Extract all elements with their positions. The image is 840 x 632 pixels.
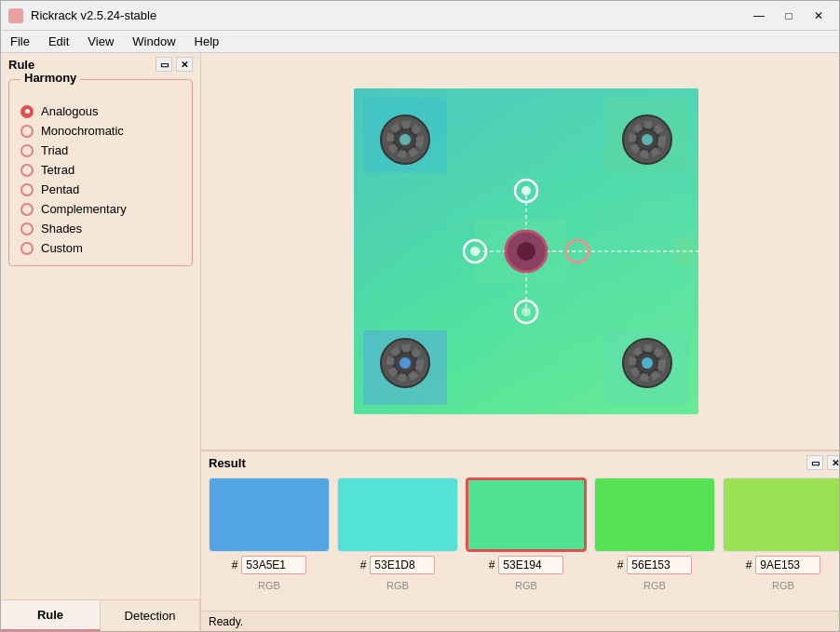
radio-btn-custom [20, 242, 34, 255]
swatch-item-2: # RGB [466, 477, 587, 591]
radio-btn-analogous [20, 105, 34, 118]
radio-label-analogous: Analogous [41, 104, 98, 118]
svg-point-32 [642, 357, 653, 369]
color-wheel-canvas[interactable] [354, 88, 698, 414]
result-close-button[interactable]: ✕ [827, 455, 839, 470]
color-rect-0[interactable] [209, 477, 330, 552]
result-header: Result ▭ ✕ [201, 451, 839, 474]
panel-restore-button[interactable]: ▭ [156, 57, 172, 72]
hash-3: # [617, 558, 624, 571]
color-rect-4[interactable] [723, 477, 839, 552]
hex-row-3: # [617, 556, 693, 574]
app-icon [8, 8, 23, 23]
color-swatches: # RGB # RGB [201, 474, 839, 595]
rgb-label-2: RGB [515, 580, 537, 591]
harmony-label: Harmony [20, 71, 80, 85]
hash-4: # [746, 558, 752, 571]
swatch-item-4: # RGB [723, 477, 839, 591]
radio-label-monochromatic: Monochromatic [41, 124, 124, 138]
radio-triad[interactable]: Triad [17, 141, 184, 160]
radio-label-shades: Shades [41, 222, 82, 235]
status-text: Ready. [209, 615, 243, 628]
result-title: Result [209, 456, 246, 470]
radio-custom[interactable]: Custom [17, 238, 184, 258]
radio-label-complementary: Complementary [41, 202, 127, 216]
hash-2: # [489, 558, 495, 571]
hex-input-4[interactable] [755, 556, 820, 574]
app-title: Rickrack v2.5.24-stable [31, 8, 746, 22]
hex-input-0[interactable] [241, 556, 306, 574]
hex-row-1: # [360, 556, 436, 574]
radio-label-pentad: Pentad [41, 182, 79, 196]
radio-tetrad[interactable]: Tetrad [17, 160, 184, 180]
rgb-label-4: RGB [772, 580, 794, 591]
menu-edit[interactable]: Edit [39, 33, 78, 50]
hex-input-1[interactable] [370, 556, 435, 574]
rgb-label-0: RGB [258, 580, 280, 591]
close-button[interactable]: ✕ [806, 6, 832, 26]
menu-bar: File Edit View Window Help [1, 31, 839, 53]
radio-btn-complementary [20, 203, 34, 216]
panel-controls: ▭ ✕ [156, 57, 193, 72]
radio-btn-tetrad [20, 164, 34, 177]
radio-label-custom: Custom [41, 241, 83, 255]
rgb-label-3: RGB [644, 580, 666, 591]
maximize-button[interactable]: □ [776, 6, 802, 26]
center-and-bottom: Result ▭ ✕ # RGB [201, 53, 839, 631]
hex-input-2[interactable] [498, 556, 563, 574]
svg-point-38 [470, 247, 480, 256]
hex-row-0: # [232, 556, 307, 574]
radio-label-tetrad: Tetrad [41, 163, 75, 177]
radio-pentad[interactable]: Pentad [17, 180, 184, 199]
menu-help[interactable]: Help [185, 33, 229, 50]
canvas-container [201, 53, 839, 450]
svg-point-41 [522, 307, 531, 316]
hash-0: # [232, 558, 238, 571]
minimize-button[interactable]: — [746, 6, 772, 26]
svg-point-22 [642, 134, 653, 145]
rgb-label-1: RGB [386, 580, 409, 591]
swatch-item-1: # RGB [337, 477, 458, 591]
panel-close-button[interactable]: ✕ [176, 57, 193, 72]
svg-point-17 [400, 134, 411, 145]
result-restore-button[interactable]: ▭ [806, 455, 823, 470]
color-rect-1[interactable] [337, 477, 458, 552]
radio-btn-monochromatic [20, 125, 34, 138]
radio-analogous[interactable]: Analogous [17, 101, 184, 121]
content-row: Rule ▭ ✕ Harmony Analogous Monochromatic [1, 53, 839, 631]
canvas-svg [354, 88, 698, 414]
tab-detection[interactable]: Detection [101, 600, 200, 631]
svg-point-34 [517, 242, 535, 261]
radio-btn-triad [20, 144, 34, 157]
left-tab-row: Rule Detection [1, 599, 200, 631]
window-controls: — □ ✕ [746, 6, 832, 26]
result-panel-controls: ▭ ✕ [806, 455, 839, 470]
radio-monochromatic[interactable]: Monochromatic [17, 121, 184, 141]
swatch-item-0: # RGB [209, 477, 330, 591]
result-panel: Result ▭ ✕ # RGB [201, 450, 839, 631]
title-bar: Rickrack v2.5.24-stable — □ ✕ [1, 1, 839, 31]
radio-btn-pentad [20, 183, 34, 196]
menu-file[interactable]: File [1, 33, 39, 50]
menu-window[interactable]: Window [123, 33, 184, 50]
harmony-group: Harmony Analogous Monochromatic Triad Te… [8, 79, 193, 266]
color-rect-3[interactable] [594, 477, 715, 552]
rule-panel-title: Rule [8, 58, 34, 72]
hex-input-3[interactable] [627, 556, 692, 574]
svg-point-36 [522, 186, 531, 195]
hex-row-4: # [746, 556, 821, 574]
app-window: Rickrack v2.5.24-stable — □ ✕ File Edit … [0, 0, 840, 632]
color-rect-2[interactable] [466, 477, 587, 552]
left-panel: Rule ▭ ✕ Harmony Analogous Monochromatic [1, 53, 201, 631]
tab-rule[interactable]: Rule [1, 600, 101, 631]
hex-row-2: # [489, 556, 564, 574]
menu-view[interactable]: View [78, 33, 123, 50]
radio-label-triad: Triad [41, 143, 68, 157]
radio-shades[interactable]: Shades [17, 219, 184, 238]
radio-complementary[interactable]: Complementary [17, 199, 184, 219]
status-bar: Ready. [201, 611, 839, 631]
radio-btn-shades [20, 222, 34, 235]
swatch-item-3: # RGB [594, 477, 715, 591]
hash-1: # [360, 558, 367, 571]
svg-point-27 [400, 357, 411, 369]
